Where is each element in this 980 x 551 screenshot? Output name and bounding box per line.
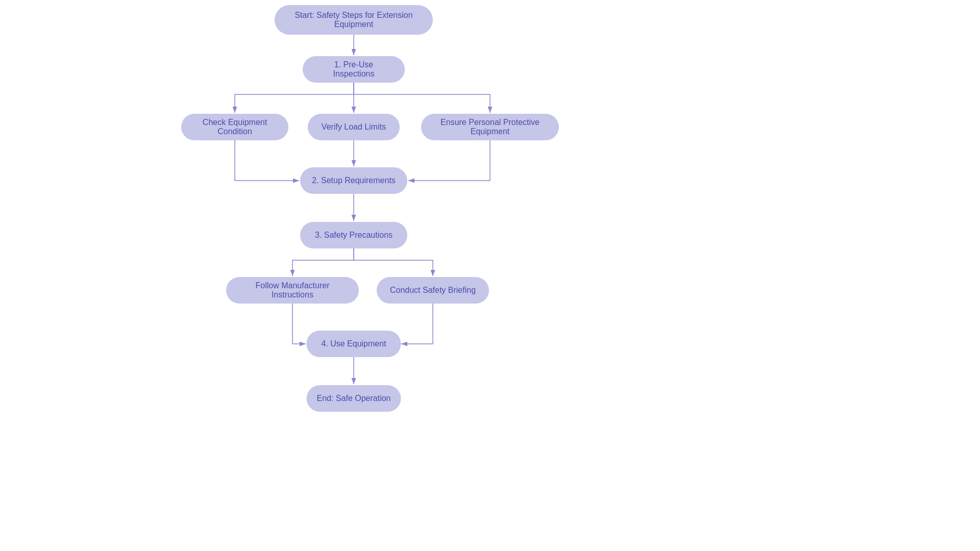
- ensure-node: Ensure Personal Protective Equipment: [421, 114, 559, 140]
- check-node: Check Equipment Condition: [181, 114, 288, 140]
- step4-node: 4. Use Equipment: [307, 331, 401, 357]
- flowchart-arrows: [0, 0, 980, 551]
- step2-node: 2. Setup Requirements: [300, 167, 407, 194]
- diagram-container: Start: Safety Steps for Extension Equipm…: [0, 0, 980, 551]
- follow-node: Follow Manufacturer Instructions: [226, 277, 359, 304]
- verify-node: Verify Load Limits: [308, 114, 400, 140]
- step3-node: 3. Safety Precautions: [300, 222, 407, 248]
- end-node: End: Safe Operation: [307, 385, 401, 412]
- conduct-node: Conduct Safety Briefing: [377, 277, 489, 304]
- start-node: Start: Safety Steps for Extension Equipm…: [275, 5, 433, 35]
- step1-node: 1. Pre-Use Inspections: [303, 56, 405, 83]
